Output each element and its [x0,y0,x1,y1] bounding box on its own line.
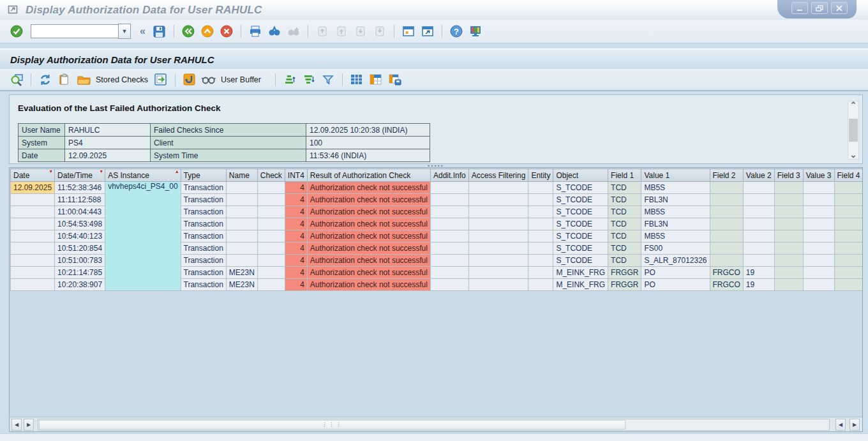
column-header-check[interactable]: Check [257,169,285,182]
cell-field3[interactable] [774,206,803,218]
cell-date[interactable] [11,218,55,230]
cell-value1[interactable]: MB5S [641,182,710,194]
cell-field4[interactable] [834,243,863,255]
cell-value1[interactable]: S_ALR_87012326 [641,255,710,267]
cell-name[interactable] [226,230,257,243]
cell-entity[interactable] [528,182,553,194]
cell-int4[interactable]: 4 [285,255,307,267]
cell-object[interactable]: S_TCODE [553,218,608,230]
column-header-addit_info[interactable]: Addit.Info [430,169,468,182]
cell-value2[interactable] [743,218,774,230]
cell-field2[interactable] [710,255,743,267]
cell-result[interactable]: Authorization check not successful [307,206,430,218]
scroll-down-icon[interactable]: ⌄ [850,151,857,159]
cell-value2[interactable] [743,243,774,255]
cell-field3[interactable] [774,243,803,255]
cell-field4[interactable] [834,206,863,218]
paste-icon[interactable] [57,72,72,87]
cell-type[interactable]: Transaction [181,230,226,243]
cell-result[interactable]: Authorization check not successful [307,279,430,291]
grid-export-icon[interactable] [387,72,403,87]
cell-name[interactable] [226,243,257,255]
grid-view-icon[interactable] [349,72,364,87]
cell-field4[interactable] [834,255,863,267]
cell-object[interactable]: M_EINK_FRG [553,267,608,279]
cell-value2[interactable] [743,206,774,218]
cell-as-instance[interactable]: vhvheps4ci_PS4_00 [105,182,181,291]
cell-date[interactable] [11,279,55,291]
cell-field2[interactable] [710,243,743,255]
cell-field4[interactable] [834,267,863,279]
cell-addit_info[interactable] [430,279,468,291]
cell-name[interactable] [226,255,257,267]
cell-check[interactable] [257,243,285,255]
cell-value2[interactable] [743,230,774,243]
cell-field3[interactable] [774,279,803,291]
export-icon[interactable] [153,72,168,87]
sort-ascending-icon[interactable] [282,72,297,87]
cell-int4[interactable]: 4 [285,279,307,291]
cell-value3[interactable] [803,243,834,255]
cell-check[interactable] [257,230,285,243]
sort-descending-icon[interactable] [301,72,317,87]
cell-value3[interactable] [803,206,834,218]
cell-access_filtering[interactable] [468,206,528,218]
cell-value1[interactable]: MB5S [641,230,710,243]
cell-field2[interactable] [710,206,743,218]
cell-addit_info[interactable] [430,218,468,230]
cell-entity[interactable] [528,194,553,206]
refresh-icon[interactable] [38,72,53,87]
cell-date[interactable] [11,230,55,243]
cell-result[interactable]: Authorization check not successful [307,267,430,279]
close-button[interactable] [831,2,848,14]
cell-entity[interactable] [528,206,553,218]
cell-field4[interactable] [834,218,863,230]
cell-name[interactable]: ME23N [226,279,257,291]
filter-icon[interactable] [320,72,336,87]
cell-value1[interactable]: PO [641,267,710,279]
cell-object[interactable]: S_TCODE [553,182,608,194]
display-icon[interactable] [9,72,24,87]
shortcut-icon[interactable] [420,24,435,39]
help-icon[interactable]: ? [449,24,464,39]
stored-checks-folder-icon[interactable] [76,72,91,87]
cell-check[interactable] [257,267,285,279]
cell-access_filtering[interactable] [468,218,528,230]
cell-field3[interactable] [774,182,803,194]
cell-value3[interactable] [803,194,834,206]
cell-check[interactable] [257,218,285,230]
column-header-field1[interactable]: Field 1 [608,169,641,182]
cell-object[interactable]: S_TCODE [553,206,608,218]
cell-object[interactable]: S_TCODE [553,255,608,267]
save-icon[interactable] [152,24,167,39]
restore-button[interactable] [811,2,828,14]
cell-int4[interactable]: 4 [285,218,307,230]
cell-field1[interactable]: TCD [608,206,641,218]
cell-field2[interactable]: FRGCO [710,279,743,291]
cell-addit_info[interactable] [430,194,468,206]
cell-access_filtering[interactable] [468,243,528,255]
cell-value1[interactable]: FS00 [641,243,710,255]
cell-value1[interactable]: PO [641,279,710,291]
enter-button[interactable] [9,24,24,39]
cell-datetime[interactable]: 10:51:20:854 [55,243,105,255]
customize-icon[interactable] [468,24,483,39]
cell-result[interactable]: Authorization check not successful [307,194,430,206]
scroll-left-end-icon[interactable]: ◀ [835,419,846,431]
column-header-datetime[interactable]: Date/Time▼ [55,169,105,182]
minimize-button[interactable] [791,2,808,14]
cell-object[interactable]: S_TCODE [553,194,608,206]
cell-type[interactable]: Transaction [181,206,226,218]
cell-name[interactable] [226,218,257,230]
cell-field3[interactable] [774,255,803,267]
cell-value2[interactable] [743,182,774,194]
cell-field1[interactable]: TCD [608,255,641,267]
cell-access_filtering[interactable] [468,194,528,206]
cell-result[interactable]: Authorization check not successful [307,230,430,243]
column-header-int4[interactable]: INT4 [285,169,307,182]
cell-result[interactable]: Authorization check not successful [307,218,430,230]
reset-buffer-icon[interactable] [182,72,197,87]
stored-checks-label[interactable]: Stored Checks [96,75,148,84]
cell-name[interactable] [226,206,257,218]
column-header-object[interactable]: Object [553,169,608,182]
